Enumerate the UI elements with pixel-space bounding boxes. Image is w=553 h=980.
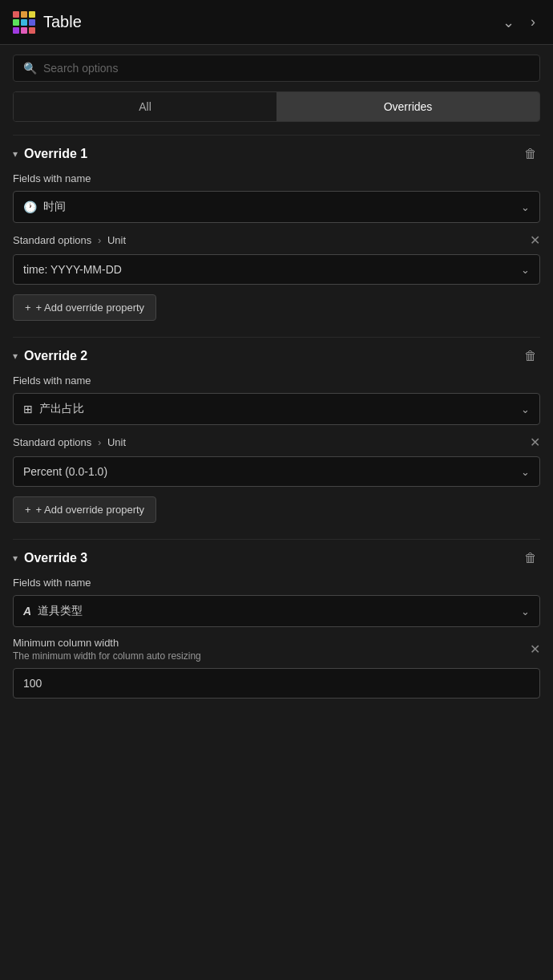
search-container: 🔍 [0,45,553,91]
collapse-icon-3[interactable]: ▾ [13,553,18,564]
override-3-field-value: A 道具类型 [23,604,83,618]
clock-icon: 🕐 [23,200,37,213]
header-controls: ⌄ › [498,10,540,34]
override-1-field-dropdown[interactable]: 🕐 时间 ⌄ [13,191,540,223]
override-1-header: ▾ Override 1 🗑 [0,136,553,172]
remove-property-1-button[interactable]: ✕ [530,233,540,248]
tab-overrides[interactable]: Overrides [276,92,539,121]
override-1-breadcrumb: Standard options › Unit [13,234,126,246]
override-2-title: Override 2 [24,349,87,363]
delete-override-2-button[interactable]: 🗑 [521,347,540,365]
override-3-title: Override 3 [24,551,87,565]
search-input[interactable] [43,62,530,75]
override-3-property-info: Minimum column width The minimum width f… [13,637,201,662]
dropdown-chevron-2: ⌄ [521,403,530,415]
remove-property-3-button[interactable]: ✕ [530,642,540,657]
override-2-title-row: ▾ Override 2 [13,349,87,363]
override-3-header: ▾ Override 3 🗑 [0,540,553,577]
delete-override-3-button[interactable]: 🗑 [521,549,540,567]
remove-property-2-button[interactable]: ✕ [530,435,540,450]
override-3-content: Fields with name A 道具类型 ⌄ Minimum column… [0,577,553,711]
add-override-property-1-button[interactable]: + + Add override property [13,294,156,321]
collapse-icon-1[interactable]: ▾ [13,148,18,160]
header-left: Table [13,11,82,34]
override-3-property-row: Minimum column width The minimum width f… [13,637,540,662]
table-field-icon: ⊞ [23,403,33,415]
table-grid-icon [13,11,35,34]
plus-icon-1: + [25,302,31,314]
override-2-field-label: Fields with name [13,375,540,387]
override-2-unit-dropdown[interactable]: Percent (0.0-1.0) ⌄ [13,456,540,487]
override-1-title: Override 1 [24,147,87,161]
override-1-property-row: Standard options › Unit ✕ [13,233,540,248]
override-3-field-dropdown[interactable]: A 道具类型 ⌄ [13,595,540,627]
override-1-unit-dropdown[interactable]: time: YYYY-MM-DD ⌄ [13,254,540,285]
dropdown-chevron-unit-1: ⌄ [521,264,530,276]
override-1-title-row: ▾ Override 1 [13,147,87,161]
collapse-icon-2[interactable]: ▾ [13,350,18,362]
page-title: Table [43,13,82,31]
override-1-field-value: 🕐 时间 [23,200,66,214]
dropdown-chevron-3: ⌄ [521,605,530,618]
tab-bar: All Overrides [13,91,540,122]
text-field-icon: A [23,605,31,618]
override-2-content: Fields with name ⊞ 产出占比 ⌄ Standard optio… [0,375,553,536]
override-3-title-row: ▾ Override 3 [13,551,87,565]
override-3-property-description: The minimum width for column auto resizi… [13,650,201,662]
override-3-field-label: Fields with name [13,577,540,589]
app-header: Table ⌄ › [0,0,553,45]
override-section-3: ▾ Override 3 🗑 Fields with name A 道具类型 ⌄… [0,540,553,711]
override-3-property-label: Minimum column width [13,637,201,649]
tab-all[interactable]: All [14,92,276,121]
override-2-property-row: Standard options › Unit ✕ [13,435,540,450]
override-section-1: ▾ Override 1 🗑 Fields with name 🕐 时间 ⌄ S… [0,136,553,334]
chevron-right-button[interactable]: › [526,10,540,34]
add-override-property-2-button[interactable]: + + Add override property [13,496,156,523]
min-width-input[interactable] [13,668,540,699]
override-2-breadcrumb: Standard options › Unit [13,436,126,448]
override-1-content: Fields with name 🕐 时间 ⌄ Standard options… [0,172,553,334]
search-icon: 🔍 [23,62,37,75]
override-2-unit-value: Percent (0.0-1.0) [23,465,107,478]
chevron-down-button[interactable]: ⌄ [498,10,519,34]
override-1-field-label: Fields with name [13,172,540,184]
dropdown-chevron-1: ⌄ [521,201,530,213]
override-2-field-dropdown[interactable]: ⊞ 产出占比 ⌄ [13,393,540,425]
dropdown-chevron-unit-2: ⌄ [521,466,530,478]
plus-icon-2: + [25,504,31,516]
override-section-2: ▾ Override 2 🗑 Fields with name ⊞ 产出占比 ⌄… [0,338,553,536]
override-2-field-value: ⊞ 产出占比 [23,402,84,416]
search-box: 🔍 [13,55,540,82]
override-1-unit-value: time: YYYY-MM-DD [23,263,122,276]
override-2-header: ▾ Override 2 🗑 [0,338,553,375]
delete-override-1-button[interactable]: 🗑 [521,145,540,163]
